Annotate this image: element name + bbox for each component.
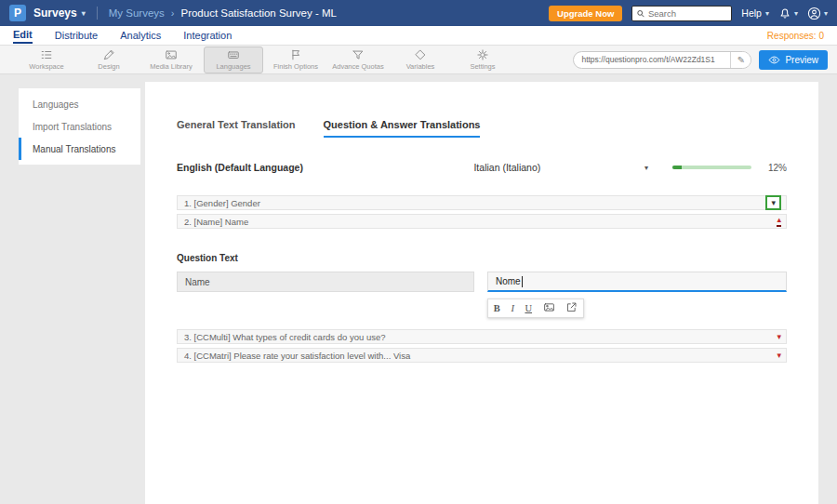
upgrade-now-button[interactable]: Upgrade Now — [549, 6, 622, 21]
questionpro-logo: P — [9, 5, 26, 21]
target-text-value: Nome — [496, 276, 521, 286]
translation-tabs: General Text Translation Question & Answ… — [177, 119, 787, 138]
tab-general-text-translation[interactable]: General Text Translation — [177, 119, 296, 138]
account-menu[interactable]: ▾ — [807, 7, 828, 20]
sidebar-item-languages[interactable]: Languages — [19, 93, 140, 115]
target-text-input[interactable]: Nome — [487, 272, 787, 292]
chevron-down-icon: ▾ — [794, 9, 798, 18]
target-language-dropdown[interactable]: Italian (Italiano) ▾ — [473, 162, 648, 173]
insert-image-button[interactable] — [543, 300, 555, 317]
sidebar-item-manual-translations[interactable]: Manual Translations — [19, 138, 140, 160]
translation-editor: Question Text Name Nome B I U — [177, 232, 787, 329]
design-icon — [102, 48, 115, 61]
toolbar-item-advance-quotas[interactable]: Advance Quotas — [328, 46, 388, 73]
translation-progress-percent: 12% — [768, 163, 787, 173]
italic-button[interactable]: I — [511, 303, 514, 313]
breadcrumb: My Surveys › Product Satisfaction Survey… — [109, 7, 337, 19]
question-label: 3. [CCMulti] What types of credit cards … — [184, 332, 385, 342]
text-cursor — [522, 276, 523, 287]
expand-question-button[interactable]: ▾ — [777, 351, 781, 360]
pencil-icon: ✎ — [737, 55, 745, 65]
toolbar-item-media-library[interactable]: Media Library — [141, 46, 201, 73]
bell-icon — [778, 7, 791, 20]
search-input[interactable] — [648, 8, 727, 19]
surveys-menu-label: Surveys — [33, 7, 77, 20]
question-row-2[interactable]: 2. [Name] Name ▴ — [177, 214, 787, 229]
collapse-question-button[interactable]: ▴ — [777, 216, 781, 227]
topbar-actions: Upgrade Now Help ▾ ▾ ▾ — [549, 6, 828, 21]
toolbar-item-design[interactable]: Design — [79, 46, 139, 73]
section-menu-bar: Edit Distribute Analytics Integration Re… — [0, 26, 837, 46]
advance-quotas-icon — [352, 48, 365, 61]
question-label: 1. [Gender] Gender — [184, 198, 260, 208]
expand-question-button[interactable]: ▾ — [777, 333, 781, 341]
language-selection-row: English (Default Language) Italian (Ital… — [177, 162, 787, 173]
bold-button[interactable]: B — [494, 303, 500, 313]
chevron-down-icon: ▾ — [82, 9, 86, 18]
translation-progress-fill — [672, 166, 682, 169]
underline-button[interactable]: U — [525, 303, 532, 313]
tab-edit[interactable]: Edit — [13, 27, 33, 44]
user-avatar-icon — [807, 7, 821, 20]
insert-link-button[interactable] — [565, 300, 578, 317]
toolbar-item-workspace[interactable]: Workspace — [17, 46, 76, 73]
finish-options-icon — [289, 48, 302, 61]
caret-down-icon: ▾ — [777, 332, 781, 341]
chevron-down-icon: ▾ — [765, 9, 769, 18]
target-language-label: Italian (Italiano) — [473, 162, 540, 173]
media-library-icon — [165, 48, 178, 61]
preview-button[interactable]: Preview — [759, 50, 828, 70]
tab-question-answer-translations[interactable]: Question & Answer Translations — [324, 119, 481, 138]
toolbar-items: Workspace Design Media Library Languages… — [17, 46, 512, 73]
question-label: 4. [CCMatri] Please rate your satisfacti… — [184, 351, 410, 361]
help-menu[interactable]: Help ▾ — [741, 7, 769, 19]
sidebar-item-import-translations[interactable]: Import Translations — [19, 115, 140, 138]
breadcrumb-separator-icon: › — [171, 7, 175, 19]
eye-icon — [768, 54, 780, 66]
tab-analytics[interactable]: Analytics — [120, 28, 161, 43]
surveys-menu[interactable]: Surveys ▾ — [33, 7, 98, 20]
question-row-3[interactable]: 3. [CCMulti] What types of credit cards … — [177, 329, 787, 344]
question-row-1[interactable]: 1. [Gender] Gender ▾ — [177, 195, 787, 210]
external-link-icon — [565, 301, 578, 313]
breadcrumb-my-surveys[interactable]: My Surveys — [109, 7, 165, 19]
top-navigation-bar: P Surveys ▾ My Surveys › Product Satisfa… — [0, 0, 837, 26]
chevron-down-icon: ▾ — [644, 164, 648, 172]
question-row-4[interactable]: 4. [CCMatri] Please rate your satisfacti… — [177, 348, 787, 363]
question-list: 1. [Gender] Gender ▾ 2. [Name] Name ▴ Qu… — [177, 195, 787, 363]
survey-url-input[interactable] — [574, 55, 730, 64]
toolbar-item-settings[interactable]: Settings — [453, 46, 512, 73]
survey-url-pill: ✎ — [573, 51, 751, 69]
toolbar-item-finish-options[interactable]: Finish Options — [266, 46, 326, 73]
edit-url-button[interactable]: ✎ — [730, 51, 751, 69]
tab-integration[interactable]: Integration — [183, 28, 232, 43]
toolbar-item-variables[interactable]: Variables — [391, 46, 450, 73]
workspace-icon — [40, 48, 53, 61]
source-text-input: Name — [177, 272, 474, 292]
caret-down-icon: ▾ — [777, 351, 781, 360]
toolbar-right: ✎ Preview — [573, 50, 828, 70]
image-icon — [543, 301, 555, 313]
question-text-label: Question Text — [177, 253, 787, 263]
translations-sidebar: Languages Import Translations Manual Tra… — [19, 88, 140, 165]
translation-progress-bar — [672, 166, 751, 169]
breadcrumb-current-survey: Product Satisfaction Survey - ML — [180, 7, 336, 19]
responses-count: Responses: 0 — [767, 31, 824, 41]
manual-translations-panel: General Text Translation Question & Answ… — [145, 82, 818, 504]
caret-down-icon: ▾ — [771, 198, 776, 207]
source-language-label: English (Default Language) — [177, 162, 473, 173]
variables-icon — [414, 48, 427, 61]
translation-input-row: Name Nome — [177, 272, 787, 292]
logo-letter: P — [14, 7, 21, 20]
expand-question-button-focused[interactable]: ▾ — [765, 195, 781, 210]
toolbar-item-languages[interactable]: Languages — [204, 46, 263, 73]
tab-distribute[interactable]: Distribute — [55, 28, 98, 43]
chevron-down-icon: ▾ — [824, 9, 828, 18]
help-label: Help — [741, 7, 762, 19]
question-label: 2. [Name] Name — [184, 217, 248, 227]
notifications-button[interactable]: ▾ — [778, 7, 798, 20]
caret-up-icon: ▴ — [777, 215, 781, 224]
settings-gear-icon — [476, 48, 489, 61]
search-icon — [636, 8, 645, 19]
languages-icon — [227, 48, 240, 61]
